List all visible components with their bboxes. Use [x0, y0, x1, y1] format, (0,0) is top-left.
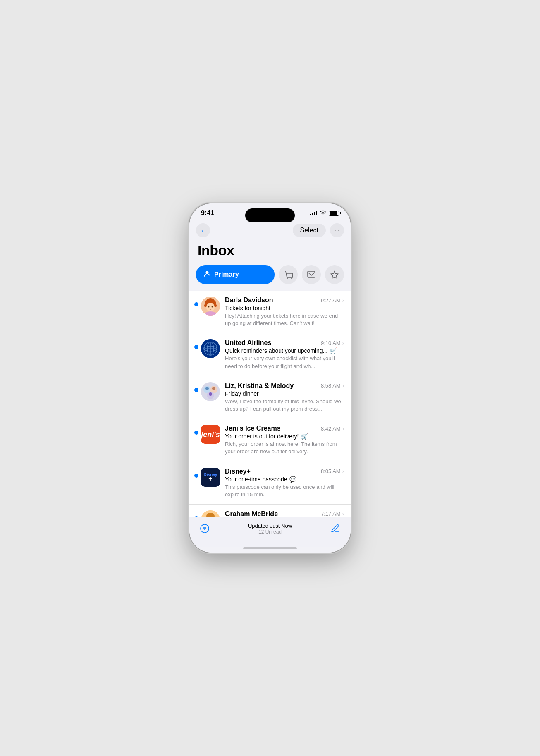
select-button[interactable]: Select: [293, 224, 326, 237]
email-item-group[interactable]: Liz, Kristina & Melody 8:58 AM › Friday …: [189, 376, 351, 419]
email-chevron-united: ›: [342, 340, 344, 346]
tab-primary[interactable]: Primary: [196, 265, 275, 284]
email-time-darla: 9:27 AM: [321, 297, 341, 304]
svg-point-24: [205, 387, 209, 390]
category-tabs: Primary: [189, 265, 351, 291]
email-time-row-graham: 7:17 AM ›: [321, 511, 344, 517]
email-preview-darla: Hey! Attaching your tickets here in case…: [225, 312, 344, 327]
email-header-disney: Disney+ 8:05 AM ›: [225, 468, 344, 475]
filter-button[interactable]: [198, 522, 212, 536]
email-preview-disney: This passcode can only be used once and …: [225, 483, 344, 498]
email-list: Darla Davidson 9:27 AM › Tickets for ton…: [189, 291, 351, 517]
svg-point-1: [287, 278, 288, 279]
email-time-row-disney: 8:05 AM ›: [321, 468, 344, 474]
email-time-jenis: 8:42 AM: [321, 426, 341, 432]
email-body-graham: Graham McBride 7:17 AM › Tell us if you …: [225, 510, 344, 517]
unread-dot: [194, 345, 198, 349]
email-sender-graham: Graham McBride: [225, 510, 278, 517]
unread-dot: [194, 431, 198, 435]
shopping-tag-icon: 🛒: [330, 347, 337, 354]
back-button[interactable]: ‹: [196, 223, 210, 237]
nav-actions: Select ···: [293, 223, 344, 237]
email-header-group: Liz, Kristina & Melody 8:58 AM ›: [225, 382, 344, 390]
svg-point-2: [291, 278, 292, 279]
email-item-darla[interactable]: Darla Davidson 9:27 AM › Tickets for ton…: [189, 291, 351, 333]
status-icons: [310, 210, 339, 216]
email-header-jenis: Jeni's Ice Creams 8:42 AM ›: [225, 425, 344, 432]
inbox-title: Inbox: [189, 241, 351, 265]
phone-frame: 9:41: [189, 203, 351, 553]
avatar-united: [201, 339, 220, 358]
email-subject-jenis: Your order is out for delivery! 🛒: [225, 433, 344, 440]
email-body-group: Liz, Kristina & Melody 8:58 AM › Friday …: [225, 382, 344, 413]
email-chevron-jenis: ›: [342, 426, 344, 432]
shopping-tag-icon-jenis: 🛒: [301, 433, 308, 440]
avatar-darla: [201, 297, 220, 316]
email-body-darla: Darla Davidson 9:27 AM › Tickets for ton…: [225, 297, 344, 327]
email-item-graham[interactable]: Graham McBride 7:17 AM › Tell us if you …: [189, 505, 351, 517]
svg-marker-4: [331, 271, 338, 278]
email-time-row-united: 9:10 AM ›: [321, 340, 344, 346]
compose-button[interactable]: [328, 522, 342, 536]
email-chevron-darla: ›: [342, 297, 344, 304]
email-subject-united: Quick reminders about your upcoming... 🛒: [225, 347, 344, 354]
home-bar: [243, 547, 297, 549]
email-chevron-graham: ›: [342, 511, 344, 517]
unread-dot: [194, 388, 198, 392]
email-time-united: 9:10 AM: [321, 340, 341, 346]
avatar-group: [201, 382, 220, 401]
email-subject-disney: Your one-time passcode 💬: [225, 476, 344, 483]
email-body-united: United Airlines 9:10 AM › Quick reminder…: [225, 339, 344, 370]
status-bar: 9:41: [189, 203, 351, 220]
svg-rect-3: [308, 271, 315, 277]
primary-person-icon: [203, 270, 211, 279]
email-header-united: United Airlines 9:10 AM ›: [225, 339, 344, 347]
tab-shopping[interactable]: [279, 265, 298, 284]
email-header-graham: Graham McBride 7:17 AM ›: [225, 510, 344, 517]
svg-point-26: [212, 387, 215, 390]
email-body-disney: Disney+ 8:05 AM › Your one-time passcode…: [225, 468, 344, 498]
unread-dot: [194, 516, 198, 517]
email-time-row-group: 8:58 AM ›: [321, 383, 344, 389]
back-chevron-icon: ‹: [201, 227, 203, 234]
email-time-graham: 7:17 AM: [321, 511, 341, 517]
unread-dot: [194, 302, 198, 306]
email-preview-jenis: Rich, your order is almost here. The ite…: [225, 440, 344, 455]
wifi-icon: [320, 210, 326, 216]
email-item-disney[interactable]: Disney + Disney+ 8:05 AM ›: [189, 462, 351, 505]
email-header-darla: Darla Davidson 9:27 AM ›: [225, 297, 344, 304]
tab-messages[interactable]: [302, 265, 321, 284]
chat-tag-icon-disney: 💬: [289, 476, 296, 483]
nav-bar: ‹ Select ···: [189, 220, 351, 241]
email-time-group: 8:58 AM: [321, 383, 341, 389]
dynamic-island: [245, 208, 295, 222]
bottom-status: Updated Just Now 12 Unread: [248, 523, 292, 535]
email-subject-darla: Tickets for tonight: [225, 305, 344, 311]
email-subject-group: Friday dinner: [225, 390, 344, 397]
email-item-jenis[interactable]: jeni's Jeni's Ice Creams 8:42 AM › Y: [189, 419, 351, 462]
svg-point-28: [209, 392, 212, 396]
svg-point-11: [206, 303, 215, 312]
avatar-graham: [201, 510, 220, 517]
unread-count: 12 Unread: [248, 529, 292, 535]
svg-point-12: [208, 306, 210, 308]
home-indicator: [189, 547, 351, 553]
email-preview-united: Here's your very own checklist with what…: [225, 355, 344, 370]
email-sender-darla: Darla Davidson: [225, 297, 273, 304]
updated-text: Updated Just Now: [248, 523, 292, 529]
ellipsis-icon: ···: [334, 227, 339, 234]
email-item-united[interactable]: United Airlines 9:10 AM › Quick reminder…: [189, 333, 351, 376]
avatar-jenis: jeni's: [201, 425, 220, 444]
tab-promotions[interactable]: [325, 265, 344, 284]
more-button[interactable]: ···: [330, 223, 344, 237]
email-sender-group: Liz, Kristina & Melody: [225, 382, 294, 390]
email-sender-jenis: Jeni's Ice Creams: [225, 425, 281, 432]
bottom-bar: Updated Just Now 12 Unread: [189, 517, 351, 547]
signal-bars-icon: [310, 211, 317, 215]
svg-text:+: +: [208, 475, 212, 482]
unread-dot: [194, 474, 198, 478]
mail-content[interactable]: ‹ Select ··· Inbox: [189, 220, 351, 517]
email-chevron-group: ›: [342, 383, 344, 389]
email-sender-disney: Disney+: [225, 468, 251, 475]
battery-icon: [329, 211, 339, 216]
